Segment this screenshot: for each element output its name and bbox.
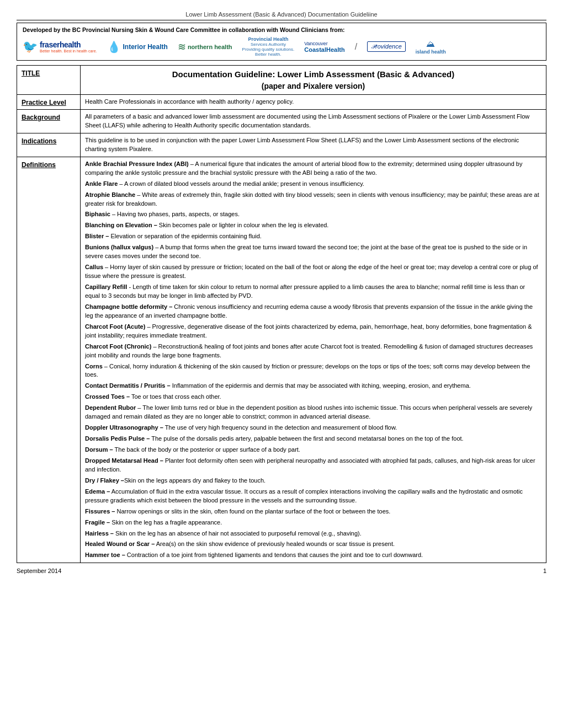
definition-text: – White areas of extremely thin, fragile… (85, 191, 539, 207)
indications-content-cell: This guideline is to be used in conjunct… (81, 133, 546, 157)
definition-term: Healed Wound or Scar – (85, 540, 155, 547)
document-title: Lower Limb Assessment (Basic & Advanced)… (17, 11, 546, 18)
definition-text: Skin on the leg has a fragile appearance… (110, 519, 222, 526)
definition-term: Biphasic (85, 211, 110, 217)
provincial-top-text: Provincial Health (248, 36, 288, 42)
title-row: TITLE Documentation Guideline: Lower Lim… (17, 66, 546, 95)
definition-term: Dorsalis Pedis Pulse – (85, 435, 150, 442)
title-sub: (paper and Pixalere version) (85, 81, 541, 92)
practice-content-cell: Health Care Professionals in accordance … (81, 95, 546, 110)
definition-text: Toe or toes that cross each other. (130, 393, 221, 400)
definition-term: Capillary Refill (85, 283, 127, 290)
footer-page: 1 (543, 568, 546, 574)
definition-text: Accumulation of fluid in the extra vascu… (85, 488, 523, 504)
definition-text: - Length of time taken for skin colour t… (85, 283, 525, 299)
providence-text: 𝒫rovidence (371, 43, 402, 50)
background-row: Background All parameters of a basic and… (17, 110, 546, 133)
logos-row: 🐦 fraserhealth Better health. Best in he… (23, 36, 540, 57)
definition-text: Contraction of a toe joint from tightene… (125, 552, 423, 558)
definition-term: Charcot Foot (Chronic) (85, 343, 151, 350)
definition-term: Bunions (hallux valgus) (85, 244, 153, 250)
definition-item: Callus – Horny layer of skin caused by p… (85, 263, 541, 281)
title-main: Documentation Guideline: Lower Limb Asse… (85, 68, 541, 81)
interior-main-text: Interior Health (123, 43, 168, 51)
definition-term: Blister – (85, 233, 109, 239)
definition-item: Fragile – Skin on the leg has a fragile … (85, 518, 541, 527)
definition-item: Ankle Flare – A crown of dilated blood v… (85, 180, 541, 189)
org-banner: Developed by the BC Provincial Nursing S… (17, 23, 546, 61)
definition-term: Hammer toe – (85, 552, 125, 558)
definition-text: – A crown of dilated blood vessels aroun… (118, 180, 364, 187)
background-content: All parameters of a basic and advanced l… (85, 113, 529, 129)
definitions-content-cell: Ankle Brachial Pressure Index (ABI) – A … (81, 157, 546, 563)
definition-item: Charcot Foot (Acute) – Progressive, dege… (85, 323, 541, 340)
definition-term: Blanching on Elevation – (85, 222, 157, 228)
vancouver-coastal-logo: Vancouver CoastalHealth (304, 41, 344, 53)
footer-date: September 2014 (17, 568, 61, 574)
fraser-sub-text: Better health. Best in health care. (40, 49, 97, 53)
definition-term: Edema – (85, 488, 110, 495)
definition-term: Callus (85, 264, 103, 270)
definition-text: – The lower limb turns red or blue in th… (85, 404, 532, 420)
definition-item: Corns – Conical, horny induration & thic… (85, 362, 541, 380)
title-content-cell: Documentation Guideline: Lower Limb Asse… (81, 66, 546, 95)
definition-text: – Having two phases, parts, aspects, or … (110, 211, 240, 217)
definition-item: Dry / Flakey –Skin on the legs appears d… (85, 477, 541, 485)
slash-divider: / (355, 42, 357, 52)
definition-item: Bunions (hallux valgus) – A bump that fo… (85, 243, 541, 261)
definition-text: – Conical, horny induration & thickening… (85, 363, 530, 378)
definition-term: Dry / Flakey – (85, 477, 124, 484)
definition-item: Dropped Metatarsal Head – Planter foot d… (85, 457, 541, 474)
indications-content: This guideline is to be used in conjunct… (85, 137, 519, 152)
fraser-main-text: fraserhealth (40, 40, 97, 49)
provincial-mid-text: Services Authority (251, 42, 286, 47)
northern-main-text: northern health (188, 44, 232, 50)
definition-term: Corns (85, 363, 103, 370)
definition-text: Area(s) on the skin show evidence of pre… (155, 540, 395, 547)
definition-item: Blanching on Elevation – Skin becomes pa… (85, 221, 541, 230)
definition-term: Dorsum – (85, 446, 113, 453)
definition-term: Ankle Flare (85, 180, 118, 187)
definition-item: Doppler Ultrasonography – The use of ver… (85, 424, 541, 432)
definition-text: Skin on the legs appears dry and flakey … (124, 477, 265, 484)
header-divider (17, 20, 546, 20)
indications-label: Indications (22, 137, 56, 145)
definition-item: Dependent Rubor – The lower limb turns r… (85, 404, 541, 421)
definition-item: Ankle Brachial Pressure Index (ABI) – A … (85, 160, 541, 178)
definition-item: Edema – Accumulation of fluid in the ext… (85, 488, 541, 505)
practice-label-cell: Practice Level (17, 95, 81, 110)
definition-item: Dorsum – The back of the body or the pos… (85, 446, 541, 454)
definition-text: Narrow openings or slits in the skin, of… (115, 508, 390, 515)
definition-text: – Horny layer of skin caused by pressure… (85, 264, 538, 279)
background-label-cell: Background (17, 110, 81, 133)
practice-level-row: Practice Level Health Care Professionals… (17, 95, 546, 110)
definition-term: Contact Dermatitis / Pruritis – (85, 382, 171, 389)
definitions-label: Definitions (22, 161, 56, 169)
fraser-bird-icon: 🐦 (23, 41, 38, 53)
definitions-row: Definitions Ankle Brachial Pressure Inde… (17, 157, 546, 563)
island-mountain-icon: ⛰ (426, 39, 435, 49)
island-health-logo: ⛰ island health (416, 39, 446, 55)
indications-label-cell: Indications (17, 133, 81, 157)
practice-content: Health Care Professionals in accordance … (85, 98, 294, 105)
definition-text: Elevation or separation of the epidermis… (109, 233, 261, 239)
definition-text: The use of very high frequency sound in … (163, 424, 397, 431)
northern-health-logo: ≋ northern health (178, 41, 232, 53)
northern-symbol-icon: ≋ (178, 41, 186, 53)
definition-item: Champagne bottle deformity – Chronic ven… (85, 303, 541, 320)
island-main-text: island health (416, 49, 446, 55)
definition-item: Capillary Refill - Length of time taken … (85, 283, 541, 301)
definition-item: Hammer toe – Contraction of a toe joint … (85, 551, 541, 560)
title-label: TITLE (22, 69, 40, 77)
definition-term: Hairless – (85, 530, 114, 537)
definition-text: Inflammation of the epidermis and dermis… (171, 382, 471, 389)
definition-item: Biphasic – Having two phases, parts, asp… (85, 210, 541, 219)
coastal-text: CoastalHealth (304, 46, 344, 53)
provincial-sub2-text: Better health. (255, 52, 282, 57)
main-content-table: TITLE Documentation Guideline: Lower Lim… (17, 65, 546, 563)
background-label: Background (22, 114, 60, 121)
definition-term: Doppler Ultrasonography – (85, 424, 163, 431)
definition-text: – Progressive, degenerative disease of t… (85, 323, 532, 339)
definition-text: The back of the body or the posterior or… (113, 446, 300, 453)
provincial-health-logo: Provincial Health Services Authority Pro… (242, 36, 295, 57)
